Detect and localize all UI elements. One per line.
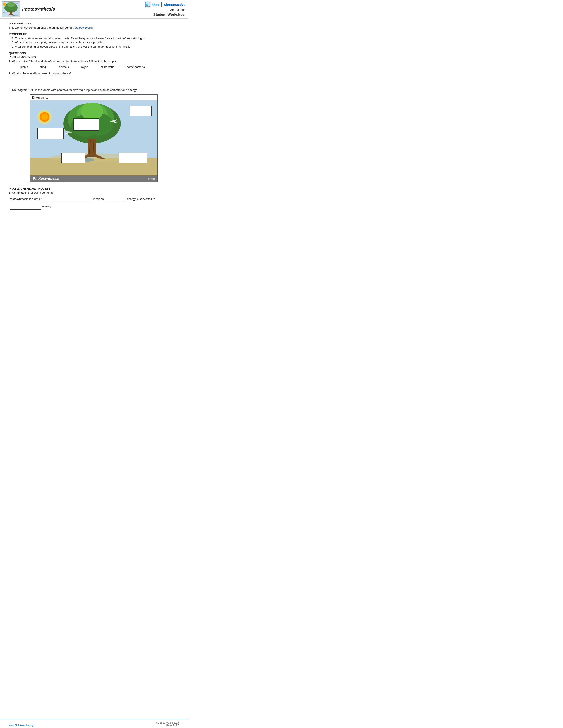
q3-text: 3. On Diagram 1, fill in the labels with… <box>9 88 179 92</box>
label-box-mid-left <box>37 128 64 139</box>
sentence-mid: in which <box>93 197 104 201</box>
diagram1-container: Diagram 1 <box>30 94 158 182</box>
diagram-sun <box>37 109 52 125</box>
part2-q1-text: 1. Complete the following sentence. <box>9 191 179 194</box>
brand-separator <box>161 2 162 7</box>
procedure-list: This animation series contains seven par… <box>9 37 179 48</box>
label-all-bacteria: all bacteria <box>101 65 115 69</box>
procedure-section-title: PROCEDURE <box>9 32 179 36</box>
intro-paragraph: This worksheet complements the animation… <box>9 26 179 29</box>
sentence-prefix: Photosynthesis is a set of <box>9 197 41 201</box>
diagram-scene <box>30 100 157 175</box>
questions-section-title: QUESTIONS <box>9 51 179 55</box>
q1-text: 1. Which of the following kinds of organ… <box>9 60 179 63</box>
part1-title: PART 1: OVERVIEW <box>9 55 179 58</box>
q2-text: 2. What is the overall purpose of photos… <box>9 72 179 75</box>
subtitle-line2: Student Worksheet <box>153 12 186 17</box>
label-box-bottom-right <box>119 153 147 163</box>
diagram-footer-title: Photosynthesis <box>33 177 59 181</box>
checkbox-fungi: fungi <box>33 65 47 69</box>
header-subtitle: Animations Student Worksheet <box>153 8 186 17</box>
sentence-suffix: energy. <box>42 205 52 208</box>
checkbox-plants: plants <box>13 65 28 69</box>
checkbox-all-bacteria: all bacteria <box>94 65 115 69</box>
sentence-mid2: energy is converted to <box>127 197 155 201</box>
label-some-bacteria: some bacteria <box>127 65 145 69</box>
label-box-mid-center <box>73 118 99 131</box>
label-algae: algae <box>81 65 88 69</box>
svg-point-34 <box>41 114 48 120</box>
header-left: Oxygen Water Carbon dioxide Photosynthes… <box>0 0 57 18</box>
part2-sentence-row1: Photosynthesis is a set of in which ener… <box>9 196 179 202</box>
label-fungi: fungi <box>40 65 47 69</box>
header-logo-image: Oxygen Water Carbon dioxide <box>2 1 20 17</box>
checkbox-algae: algae <box>74 65 88 69</box>
bio-interactive-text: BioInteractive <box>164 3 185 6</box>
fill-blank-2 <box>105 196 125 202</box>
label-animals: animals <box>59 65 69 69</box>
subtitle-line1: Animations <box>153 8 186 12</box>
page-content: INTRODUCTION This worksheet complements … <box>0 22 188 210</box>
procedure-item-1: This animation series contains seven par… <box>15 37 179 40</box>
q2-block: 2. What is the overall purpose of photos… <box>9 72 179 75</box>
svg-text:Water: Water <box>3 12 5 13</box>
fill-blank-3 <box>10 203 41 210</box>
svg-point-5 <box>8 2 15 7</box>
diagram-title: Diagram 1 <box>30 95 157 100</box>
svg-point-10 <box>3 3 6 6</box>
header-right: 🌐 hhmi BioInteractive Animations Student… <box>57 0 188 18</box>
procedure-item-2: After watching each part, answer the que… <box>15 41 179 44</box>
organisms-checkbox-row: plants fungi animals algae all bacteria … <box>13 65 179 69</box>
svg-text:Carbon dioxide: Carbon dioxide <box>12 15 19 16</box>
checkbox-animals: animals <box>52 65 69 69</box>
checkbox-some-bacteria: some bacteria <box>120 65 145 69</box>
label-plants: plants <box>20 65 28 69</box>
diagram-footer-brand: hhmi <box>148 177 155 180</box>
hhmi-icon: 🌐 <box>145 1 151 8</box>
header-title: Photosynthesis <box>22 7 55 12</box>
svg-point-25 <box>81 103 103 120</box>
intro-section-title: INTRODUCTION <box>9 22 179 25</box>
diagram-footer: Photosynthesis hhmi <box>30 175 157 182</box>
page-header: Oxygen Water Carbon dioxide Photosynthes… <box>0 0 188 19</box>
fill-blank-1 <box>43 196 92 202</box>
svg-text:Oxygen: Oxygen <box>15 3 18 4</box>
procedure-item-3: After completing all seven parts of the … <box>15 45 179 48</box>
part2-title: PART 2: CHEMICAL PROCESS <box>9 187 179 190</box>
label-box-bottom-left <box>61 153 85 163</box>
intro-link[interactable]: Photosynthesis <box>73 26 93 29</box>
part2-sentence-row2: energy. <box>9 203 179 210</box>
intro-text-before: This worksheet complements the animation… <box>9 26 73 29</box>
svg-rect-6 <box>10 11 12 15</box>
hhmi-text: hhmi <box>152 3 160 6</box>
intro-text-after: . <box>93 26 94 29</box>
svg-text:🌐: 🌐 <box>146 3 148 6</box>
hhmi-brand: 🌐 hhmi BioInteractive <box>145 1 185 8</box>
label-box-top-right <box>130 106 152 116</box>
svg-rect-26 <box>88 139 96 157</box>
